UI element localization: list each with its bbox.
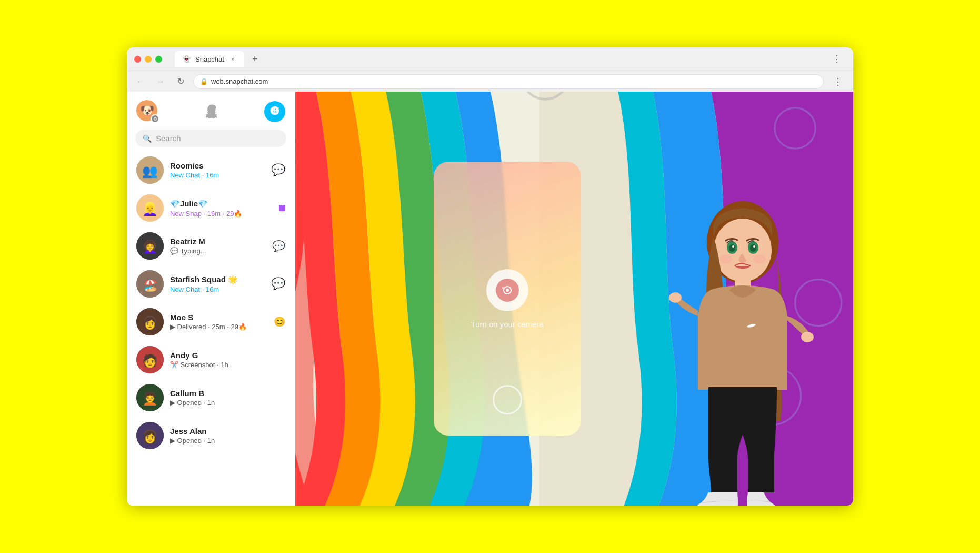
shutter-ring[interactable] [493,385,522,414]
chat-avatar-roomies: 👥 [136,156,164,184]
svg-point-30 [732,245,734,248]
chat-info-jessalan: Jess Alan ▶ Opened · 1h [170,427,285,445]
address-bar: ← → ↻ 🔒 web.snapchat.com ⋮ [127,71,853,92]
camera-button[interactable] [486,269,528,311]
tab-title: Snapchat [195,55,224,63]
browser-menu-button[interactable]: ⋮ [828,51,846,67]
svg-point-35 [669,292,682,303]
chat-name: Beatriz M [170,237,266,246]
settings-gear-icon[interactable]: ⚙ [151,114,159,123]
reload-button[interactable]: ↻ [173,74,188,89]
chat-sub: New Chat · 16m [170,285,265,293]
chat-name: Andy G [170,351,285,360]
chat-info-beatriz: Beatriz M 💬 Typing... [170,237,266,255]
camera-icon [496,279,519,302]
svg-point-22 [506,289,509,292]
tab-close-button[interactable]: × [228,55,237,63]
main-content: Turn on your camera [295,92,853,506]
traffic-lights [134,56,162,63]
svg-text:🏖️: 🏖️ [143,278,158,292]
svg-point-33 [753,255,766,263]
chat-sub: ▶ Delivered · 25m · 29🔥 [170,323,267,331]
svg-point-28 [729,244,735,252]
chat-indicator-moes: 😊 [274,316,285,328]
chat-info-roomies: Roomies New Chat · 16m [170,161,265,179]
search-placeholder: Search [156,134,181,143]
browser-options-button[interactable]: ⋮ [829,74,847,90]
search-bar[interactable]: 🔍 Search [135,130,286,147]
chat-avatar-beatriz: 👩‍🦱 [136,232,164,260]
chat-item-starfish[interactable]: 🏖️ Starfish Squad 🌟 New Chat · 16m 💬 [127,265,295,303]
bitmoji-svg [669,200,816,506]
chat-info-julie: 💎Julie💎 New Snap · 16m · 29🔥 [170,199,273,218]
close-button[interactable] [134,56,141,63]
forward-button[interactable]: → [153,74,168,89]
chat-indicator-julie [279,205,285,211]
bitmoji-character [664,190,822,506]
minimize-button[interactable] [145,56,152,63]
chat-item-callumb[interactable]: 🧑‍🦱 Callum B ▶ Opened · 1h [127,379,295,417]
sidebar: 🐶 ⚙ [127,92,295,506]
chat-indicator-beatriz: 💬 [272,240,285,252]
chat-item-roomies[interactable]: 👥 Roomies New Chat · 16m 💬 [127,151,295,189]
chat-info-starfish: Starfish Squad 🌟 New Chat · 16m [170,275,265,293]
chat-name: 💎Julie💎 [170,199,273,209]
chat-sub: New Chat · 16m [170,171,265,179]
chat-info-andyg: Andy G ✂️ Screenshot · 1h [170,351,285,369]
camera-label: Turn on your camera [471,320,544,329]
user-avatar-wrapper[interactable]: 🐶 ⚙ [136,100,159,123]
chat-avatar-moes: 👩 [136,308,164,335]
lock-icon: 🔒 [200,78,208,85]
chat-name: Callum B [170,389,285,398]
svg-point-32 [719,255,732,263]
url-bar[interactable]: 🔒 web.snapchat.com [193,74,824,89]
chat-name: Roomies [170,161,265,170]
chat-item-andyg[interactable]: 🧑 Andy G ✂️ Screenshot · 1h [127,341,295,379]
chat-item-beatriz[interactable]: 👩‍🦱 Beatriz M 💬 Typing... 💬 [127,227,295,265]
svg-text:👥: 👥 [142,163,158,179]
svg-point-31 [753,245,755,248]
snapchat-ghost-icon [159,103,264,120]
svg-point-25 [714,219,772,282]
chat-avatar-julie: 👱‍♀️ [136,194,164,222]
compose-button[interactable] [264,101,285,122]
camera-panel: Turn on your camera [434,162,581,436]
sidebar-header: 🐶 ⚙ [127,92,295,130]
url-text: web.snapchat.com [211,77,268,85]
svg-rect-23 [502,287,504,289]
chat-item-moes[interactable]: 👩 Moe S ▶ Delivered · 25m · 29🔥 😊 [127,303,295,341]
svg-point-29 [750,244,756,252]
chat-sub: ▶ Opened · 1h [170,399,285,407]
app-area: 🐶 ⚙ [127,92,853,506]
chat-avatar-starfish: 🏖️ [136,270,164,298]
chat-indicator-starfish: 💬 [271,277,285,291]
chat-item-jessalan[interactable]: 👩 Jess Alan ▶ Opened · 1h [127,417,295,455]
chat-list: 👥 Roomies New Chat · 16m 💬 [127,151,295,506]
new-tab-button[interactable]: + [247,52,262,66]
active-tab[interactable]: 👻 Snapchat × [175,51,244,67]
back-button[interactable]: ← [133,74,148,89]
svg-text:👱‍♀️: 👱‍♀️ [142,201,158,216]
chat-name: Jess Alan [170,427,285,436]
chat-sub: New Snap · 16m · 29🔥 [170,210,273,218]
chat-item-julie[interactable]: 👱‍♀️ 💎Julie💎 New Snap · 16m · 29🔥 [127,189,295,227]
svg-text:🧑: 🧑 [142,353,158,368]
chat-info-moes: Moe S ▶ Delivered · 25m · 29🔥 [170,313,267,331]
chat-name: Starfish Squad 🌟 [170,275,265,284]
tab-favicon: 👻 [182,55,191,63]
chat-avatar-jessalan: 👩 [136,422,164,449]
svg-text:🧑‍🦱: 🧑‍🦱 [142,391,158,406]
chat-sub: ▶ Opened · 1h [170,437,285,445]
svg-point-36 [801,332,814,342]
chat-info-callumb: Callum B ▶ Opened · 1h [170,389,285,407]
maximize-button[interactable] [155,56,162,63]
chat-avatar-callumb: 🧑‍🦱 [136,384,164,411]
search-icon: 🔍 [143,134,152,143]
svg-text:👩‍🦱: 👩‍🦱 [142,239,158,254]
browser-window: 👻 Snapchat × + ⋮ ← → ↻ 🔒 web.snapchat.co… [127,47,853,506]
chat-sub: ✂️ Screenshot · 1h [170,361,285,369]
chat-avatar-andyg: 🧑 [136,346,164,373]
chat-sub: 💬 Typing... [170,247,266,255]
svg-text:👩: 👩 [142,315,158,330]
chat-indicator-roomies: 💬 [271,163,285,177]
